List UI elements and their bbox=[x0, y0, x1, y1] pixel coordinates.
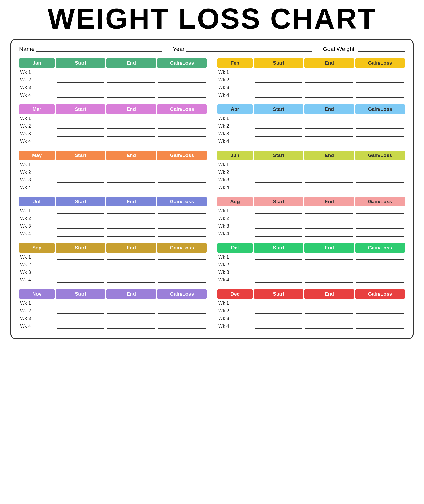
wk-line-jun-3-1[interactable] bbox=[305, 177, 353, 183]
wk-line-mar-2-1[interactable] bbox=[107, 124, 155, 129]
wk-line-jul-2-2[interactable] bbox=[158, 216, 206, 221]
wk-line-jan-4-0[interactable] bbox=[57, 93, 104, 98]
wk-line-apr-1-2[interactable] bbox=[356, 116, 404, 121]
wk-line-jan-3-0[interactable] bbox=[57, 85, 104, 90]
wk-line-may-1-2[interactable] bbox=[158, 162, 206, 167]
wk-line-mar-4-1[interactable] bbox=[107, 139, 155, 144]
wk-line-sep-4-1[interactable] bbox=[107, 277, 155, 283]
wk-line-feb-1-0[interactable] bbox=[255, 70, 302, 75]
wk-line-mar-2-0[interactable] bbox=[57, 124, 104, 129]
wk-line-may-2-0[interactable] bbox=[57, 170, 104, 175]
wk-line-nov-4-0[interactable] bbox=[57, 324, 104, 329]
wk-line-mar-3-1[interactable] bbox=[107, 131, 155, 136]
wk-line-sep-3-1[interactable] bbox=[107, 270, 155, 275]
wk-line-sep-3-2[interactable] bbox=[158, 270, 206, 275]
wk-line-may-3-2[interactable] bbox=[158, 177, 206, 183]
wk-line-feb-3-2[interactable] bbox=[356, 85, 404, 90]
wk-line-jul-2-1[interactable] bbox=[107, 216, 155, 221]
wk-line-apr-2-2[interactable] bbox=[356, 124, 404, 129]
wk-line-jul-3-1[interactable] bbox=[107, 224, 155, 229]
wk-line-jun-4-1[interactable] bbox=[305, 185, 353, 190]
wk-line-apr-3-0[interactable] bbox=[255, 131, 302, 136]
wk-line-oct-1-1[interactable] bbox=[305, 255, 353, 260]
wk-line-apr-4-2[interactable] bbox=[356, 139, 404, 144]
wk-line-jul-2-0[interactable] bbox=[57, 216, 104, 221]
wk-line-oct-2-2[interactable] bbox=[356, 262, 404, 267]
wk-line-feb-4-2[interactable] bbox=[356, 93, 404, 98]
wk-line-nov-4-1[interactable] bbox=[107, 324, 155, 329]
wk-line-sep-1-1[interactable] bbox=[107, 255, 155, 260]
wk-line-jan-2-0[interactable] bbox=[57, 77, 104, 83]
wk-line-jun-1-1[interactable] bbox=[305, 162, 353, 167]
wk-line-aug-2-0[interactable] bbox=[255, 216, 302, 221]
wk-line-jul-3-0[interactable] bbox=[57, 224, 104, 229]
wk-line-dec-4-1[interactable] bbox=[305, 324, 353, 329]
wk-line-oct-1-2[interactable] bbox=[356, 255, 404, 260]
wk-line-dec-3-0[interactable] bbox=[255, 316, 302, 321]
wk-line-jan-4-1[interactable] bbox=[107, 93, 155, 98]
wk-line-nov-2-2[interactable] bbox=[158, 308, 206, 314]
wk-line-feb-1-1[interactable] bbox=[305, 70, 353, 75]
wk-line-jan-1-0[interactable] bbox=[57, 70, 104, 75]
wk-line-mar-4-0[interactable] bbox=[57, 139, 104, 144]
wk-line-aug-2-1[interactable] bbox=[305, 216, 353, 221]
wk-line-nov-1-0[interactable] bbox=[57, 301, 104, 306]
wk-line-sep-2-1[interactable] bbox=[107, 262, 155, 267]
wk-line-apr-1-0[interactable] bbox=[255, 116, 302, 121]
wk-line-jun-3-0[interactable] bbox=[255, 177, 302, 183]
wk-line-jun-1-2[interactable] bbox=[356, 162, 404, 167]
wk-line-dec-2-2[interactable] bbox=[356, 308, 404, 314]
wk-line-oct-3-2[interactable] bbox=[356, 270, 404, 275]
wk-line-oct-2-1[interactable] bbox=[305, 262, 353, 267]
wk-line-mar-1-1[interactable] bbox=[107, 116, 155, 121]
wk-line-feb-2-0[interactable] bbox=[255, 77, 302, 83]
wk-line-mar-3-2[interactable] bbox=[158, 131, 206, 136]
wk-line-jan-2-2[interactable] bbox=[158, 77, 206, 83]
wk-line-feb-2-1[interactable] bbox=[305, 77, 353, 83]
wk-line-aug-1-2[interactable] bbox=[356, 208, 404, 214]
wk-line-jul-4-0[interactable] bbox=[57, 231, 104, 237]
wk-line-sep-1-0[interactable] bbox=[57, 255, 104, 260]
wk-line-oct-3-1[interactable] bbox=[305, 270, 353, 275]
wk-line-jul-3-2[interactable] bbox=[158, 224, 206, 229]
wk-line-jun-3-2[interactable] bbox=[356, 177, 404, 183]
wk-line-jun-4-2[interactable] bbox=[356, 185, 404, 190]
wk-line-nov-3-0[interactable] bbox=[57, 316, 104, 321]
wk-line-oct-2-0[interactable] bbox=[255, 262, 302, 267]
wk-line-jan-1-1[interactable] bbox=[107, 70, 155, 75]
wk-line-dec-3-2[interactable] bbox=[356, 316, 404, 321]
wk-line-jul-1-2[interactable] bbox=[158, 208, 206, 214]
wk-line-jun-2-0[interactable] bbox=[255, 170, 302, 175]
wk-line-sep-4-2[interactable] bbox=[158, 277, 206, 283]
year-line[interactable] bbox=[186, 46, 312, 52]
wk-line-jul-4-1[interactable] bbox=[107, 231, 155, 237]
wk-line-oct-4-1[interactable] bbox=[305, 277, 353, 283]
wk-line-may-2-2[interactable] bbox=[158, 170, 206, 175]
wk-line-sep-2-0[interactable] bbox=[57, 262, 104, 267]
wk-line-aug-4-2[interactable] bbox=[356, 231, 404, 237]
wk-line-jan-3-2[interactable] bbox=[158, 85, 206, 90]
wk-line-feb-1-2[interactable] bbox=[356, 70, 404, 75]
wk-line-apr-3-2[interactable] bbox=[356, 131, 404, 136]
wk-line-dec-4-2[interactable] bbox=[356, 324, 404, 329]
wk-line-jan-4-2[interactable] bbox=[158, 93, 206, 98]
wk-line-apr-4-0[interactable] bbox=[255, 139, 302, 144]
wk-line-may-3-0[interactable] bbox=[57, 177, 104, 183]
wk-line-mar-1-2[interactable] bbox=[158, 116, 206, 121]
wk-line-dec-1-2[interactable] bbox=[356, 301, 404, 306]
wk-line-aug-3-0[interactable] bbox=[255, 224, 302, 229]
wk-line-nov-1-2[interactable] bbox=[158, 301, 206, 306]
wk-line-nov-3-1[interactable] bbox=[107, 316, 155, 321]
wk-line-sep-4-0[interactable] bbox=[57, 277, 104, 283]
wk-line-jan-2-1[interactable] bbox=[107, 77, 155, 83]
wk-line-aug-3-1[interactable] bbox=[305, 224, 353, 229]
goal-line[interactable] bbox=[358, 46, 405, 52]
wk-line-nov-3-2[interactable] bbox=[158, 316, 206, 321]
wk-line-jan-3-1[interactable] bbox=[107, 85, 155, 90]
wk-line-oct-1-0[interactable] bbox=[255, 255, 302, 260]
wk-line-dec-1-0[interactable] bbox=[255, 301, 302, 306]
wk-line-sep-1-2[interactable] bbox=[158, 255, 206, 260]
wk-line-dec-2-0[interactable] bbox=[255, 308, 302, 314]
wk-line-apr-3-1[interactable] bbox=[305, 131, 353, 136]
wk-line-dec-4-0[interactable] bbox=[255, 324, 302, 329]
